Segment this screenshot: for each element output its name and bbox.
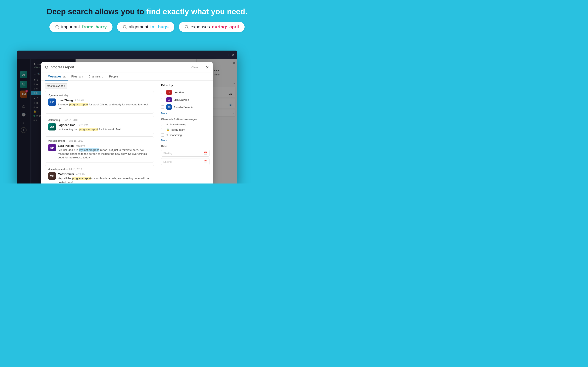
search-modal: progress report Clear | ✕ Messages 9k Fi… (41, 62, 213, 184)
pill-modifier-label-3: during: (212, 24, 227, 30)
message-card-2: #planning — Sep 21, 2019 JD Jagdeep Das … (45, 116, 154, 134)
lock-icon-social: 🔒 (166, 128, 169, 131)
search-icon (55, 25, 59, 29)
search-close-button[interactable]: ✕ (206, 65, 209, 70)
svg-line-1 (58, 28, 59, 29)
search-input-bar: progress report Clear | ✕ (41, 62, 213, 73)
hash-icon-brainstorming: # (166, 123, 168, 126)
filter-checkbox-brainstorming[interactable] (161, 123, 164, 126)
msg-channel-2: #planning (48, 119, 60, 122)
sort-label: Most relevant (47, 84, 63, 87)
app-inner: ☰ AI AL AM 1 @ 🕑 ↓ + Acme ● Ma... (17, 59, 237, 184)
filter-name-arcadio: Arcadio Buendia (174, 106, 193, 109)
msg-time-4: 4:21 PM (76, 173, 86, 176)
msg-channel-1: #general (48, 94, 58, 97)
msg-time-1: 8:24 AM (75, 99, 84, 102)
filter-person-lee: LH Lee Hao (161, 90, 209, 95)
svg-line-3 (126, 28, 126, 29)
msg-card-header-3: #development — Sep 18, 2019 (48, 140, 150, 142)
msg-highlight-4: progress report (72, 177, 91, 180)
close-button[interactable]: ✕ (232, 53, 234, 57)
restore-button[interactable]: □ (228, 53, 230, 57)
search-query-text[interactable]: progress report (51, 65, 189, 69)
pill-in-bugs[interactable]: alignment in: bugs (117, 22, 174, 32)
msg-highlight-1: progress report (69, 103, 88, 106)
results-panel: Most relevant ▼ #general — today LZ (41, 81, 158, 184)
filter-checkbox-lee[interactable] (161, 91, 164, 94)
message-card-4: #development — Jul 10, 2019 MB Matt Brew… (45, 165, 154, 184)
pill-modifier-label-1: from: (82, 24, 94, 30)
filter-channel-social: 🔒 social-team (161, 128, 209, 131)
pill-modifier-value-3: april (229, 24, 239, 30)
date-filter-label: Date (161, 145, 209, 148)
window-chrome: □ ✕ (17, 50, 237, 59)
message-card-3: #development — Sep 18, 2019 SP Sara Parr… (45, 136, 154, 163)
pill-modifier-value-2: bugs (158, 24, 169, 30)
sort-button[interactable]: Most relevant ▼ (45, 83, 67, 89)
svg-line-7 (47, 68, 48, 68)
filter-avatar-arcadio: AB (166, 104, 172, 110)
channels-count: 2 (102, 75, 104, 78)
search-icon-2 (123, 25, 127, 29)
page-title: Deep search allows you to find exactly w… (0, 7, 294, 16)
pill-from-harry[interactable]: important from: harry (49, 22, 112, 32)
filter-avatar-lee: LH (166, 90, 172, 95)
channels-section-label: Channels & direct messages (161, 118, 209, 121)
msg-text-2: I'm including that progress report for t… (58, 127, 150, 131)
pill-keyword-3: expenses (191, 24, 210, 30)
search-clear-button[interactable]: Clear (191, 66, 198, 69)
filter-channel-marketing: # marketing (161, 133, 209, 137)
starting-placeholder: Starting (163, 152, 173, 155)
msg-card-header-2: #planning — Sep 21, 2019 (48, 119, 150, 122)
msg-text-4: Yep, all the progress reports, monthly d… (58, 176, 150, 184)
pill-during-april[interactable]: expenses during: april (179, 22, 245, 32)
filter-name-lee: Lee Hao (174, 91, 184, 94)
avatar-matt-brewer: MB (48, 172, 56, 180)
msg-text-1: The new progress report for week 2 is up… (58, 103, 150, 110)
search-body: Most relevant ▼ #general — today LZ (41, 81, 213, 184)
msg-text-3: I've included it in my last progress rep… (58, 148, 150, 160)
starting-date-input[interactable]: Starting 📅 (161, 150, 209, 157)
starting-calendar-icon: 📅 (204, 151, 207, 155)
sort-row: Most relevant ▼ (45, 83, 154, 89)
filter-by-title: Filter by (161, 83, 209, 87)
channel-name-social: social-team (172, 128, 185, 131)
pill-keyword-1: important (61, 24, 80, 30)
pill-modifier-value-1: harry (95, 24, 107, 30)
msg-time-2: 12:31 PM (78, 124, 88, 127)
channels-more-link[interactable]: More... (161, 139, 209, 142)
filter-panel: Filter by LH Lee Hao LD Lisa Dawson (158, 81, 213, 184)
tab-messages[interactable]: Messages 9k (45, 73, 68, 81)
people-more-link[interactable]: More... (161, 112, 209, 115)
pill-modifier-label-2: in: (150, 24, 156, 30)
sort-chevron-icon: ▼ (63, 85, 66, 87)
header: Deep search allows you to find exactly w… (0, 0, 294, 22)
filter-checkbox-marketing[interactable] (161, 133, 164, 137)
tab-files[interactable]: Files 234 (68, 73, 86, 81)
filter-checkbox-social[interactable] (161, 128, 164, 131)
search-tabs: Messages 9k Files 234 Channels 2 People (41, 73, 213, 81)
channel-name-marketing: marketing (170, 133, 182, 137)
app-window: □ ✕ ☰ AI AL AM 1 @ 🕑 ↓ + Acme (17, 50, 237, 184)
search-pills: important from: harry alignment in: bugs… (0, 22, 294, 32)
avatar-jagdeep-das: JD (48, 123, 56, 131)
tab-channels[interactable]: Channels 2 (86, 73, 106, 81)
msg-highlight-2: progress report (79, 128, 98, 131)
filter-checkbox-arcadio[interactable] (161, 105, 164, 109)
ending-placeholder: Ending (163, 160, 172, 163)
filter-checkbox-lisa[interactable] (161, 98, 164, 101)
search-modal-overlay: progress report Clear | ✕ Messages 9k Fi… (17, 59, 237, 184)
avatar-sara-parras: SP (48, 144, 56, 151)
hash-icon-marketing: # (166, 133, 168, 137)
tab-people[interactable]: People (106, 73, 121, 81)
ending-date-input[interactable]: Ending 📅 (161, 158, 209, 165)
msg-channel-3: #development (48, 140, 65, 142)
pill-keyword-2: alignment (129, 24, 148, 30)
files-count: 234 (79, 75, 83, 78)
filter-avatar-lisa: LD (166, 97, 172, 102)
msg-card-header-1: #general — today (48, 94, 150, 97)
msg-sender-4: Matt Brewer (58, 173, 74, 176)
msg-sender-2: Jagdeep Das (58, 123, 75, 127)
filter-person-arcadio: AB Arcadio Buendia (161, 104, 209, 110)
msg-time-3: 4:13 PM (76, 145, 85, 147)
